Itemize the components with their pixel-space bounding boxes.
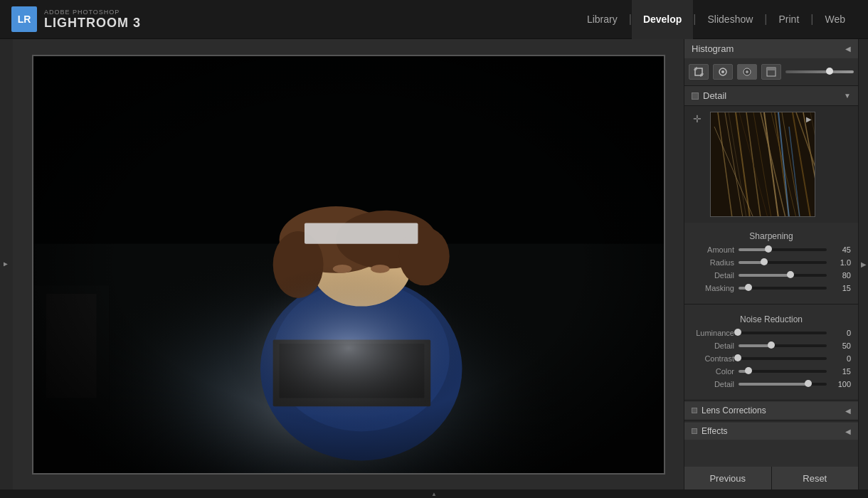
sharpening-amount-value: 45 (831, 245, 851, 254)
detail-header-left: Detail (692, 90, 726, 101)
detail-header[interactable]: Detail ▼ (684, 86, 858, 106)
nav-web[interactable]: Web (813, 0, 857, 39)
sharpening-amount-fill (739, 248, 769, 251)
nr-luminance-track[interactable] (739, 332, 827, 334)
sharpening-radius-thumb[interactable] (761, 258, 768, 265)
sharpening-radius-track[interactable] (739, 261, 827, 264)
crosshair-icon[interactable]: ✛ (690, 112, 704, 126)
red-eye-btn[interactable] (737, 64, 757, 80)
adobe-label: ADOBE PHOTOSHOP (44, 9, 141, 16)
sharpening-detail-value: 80 (831, 271, 851, 280)
left-panel-toggle[interactable]: ▲ (0, 39, 13, 489)
nr-luminance-thumb[interactable] (734, 329, 741, 336)
nr-detail-thumb[interactable] (768, 341, 775, 349)
spot-heal-btn[interactable] (713, 64, 733, 80)
nav-print[interactable]: Print (768, 0, 811, 39)
nav-library[interactable]: Library (576, 0, 629, 39)
sharpening-detail-track[interactable] (739, 274, 827, 277)
photo-container (32, 55, 665, 475)
svg-rect-30 (767, 68, 776, 70)
nr-contrast-thumb[interactable] (734, 354, 741, 361)
thumbnail-controls: ✛ (690, 112, 704, 126)
nr-color-detail-fill (739, 383, 809, 386)
nr-contrast-label: Contrast (692, 354, 734, 363)
nr-detail-value: 50 (831, 341, 851, 350)
nr-color-detail-track[interactable] (739, 383, 827, 386)
brightness-slider[interactable] (785, 70, 854, 73)
lens-corrections-left: Lens Corrections (692, 406, 766, 415)
sharpening-amount-label: Amount (692, 245, 734, 254)
sharpening-detail-fill (739, 274, 791, 277)
crop-tool-btn[interactable] (689, 64, 709, 80)
nav-slideshow[interactable]: Slideshow (697, 0, 765, 39)
app-title: LIGHTROOM 3 (44, 16, 141, 31)
main-layout: ▲ (0, 39, 868, 489)
nr-contrast-value: 0 (831, 354, 851, 363)
left-panel-arrow-icon: ▲ (3, 261, 11, 268)
nr-detail-fill (739, 344, 772, 347)
photo-area (13, 39, 684, 489)
lens-corrections-header[interactable]: Lens Corrections ◀ (684, 402, 858, 419)
brightness-track[interactable] (785, 70, 854, 73)
brightness-thumb[interactable] (826, 68, 833, 75)
nr-detail-row: Detail 50 (692, 341, 851, 350)
noise-reduction-section: Noise Reduction Luminance 0 Detail (684, 306, 858, 398)
nav-develop[interactable]: Develop (632, 0, 693, 39)
divider-3 (684, 420, 858, 421)
sharpening-amount-track[interactable] (739, 248, 827, 251)
right-edge-arrow-icon: ▶ (861, 260, 867, 268)
top-bar: LR ADOBE PHOTOSHOP LIGHTROOM 3 Library |… (0, 0, 868, 39)
right-panel-toggle[interactable]: ▶ (858, 39, 868, 489)
right-panel: Histogram ◀ (684, 39, 858, 489)
nr-detail-track[interactable] (739, 344, 827, 347)
sharpening-detail-label: Detail (692, 271, 734, 280)
lens-corrections-icon (692, 408, 697, 413)
histogram-title: Histogram (692, 43, 734, 54)
sharpening-masking-fill (739, 287, 749, 290)
sharpening-amount-thumb[interactable] (765, 245, 772, 253)
effects-left: Effects (692, 426, 727, 436)
bottom-strip: ▲ (0, 489, 868, 498)
effects-icon (692, 428, 697, 434)
sharpening-masking-track[interactable] (739, 287, 827, 290)
nr-color-detail-thumb[interactable] (805, 380, 812, 387)
sharpening-radius-row: Radius 1.0 (692, 258, 851, 267)
nr-luminance-value: 0 (831, 329, 851, 337)
effects-arrow-icon: ◀ (845, 428, 851, 435)
nr-color-track[interactable] (739, 370, 827, 373)
reset-button[interactable]: Reset (772, 467, 859, 489)
lens-corrections-title: Lens Corrections (702, 406, 766, 415)
sharpening-masking-row: Masking 15 (692, 284, 851, 292)
svg-point-28 (746, 71, 748, 73)
detail-section-icon (692, 92, 699, 100)
app-title-area: ADOBE PHOTOSHOP LIGHTROOM 3 (44, 9, 141, 31)
nr-detail-label: Detail (692, 341, 734, 350)
histogram-tools (684, 58, 858, 85)
noise-reduction-title: Noise Reduction (692, 312, 851, 329)
nr-contrast-row: Contrast 0 (692, 354, 851, 363)
previous-button[interactable]: Previous (684, 467, 771, 489)
detail-collapse-icon: ▼ (844, 92, 851, 100)
thumbnail-area: ✛ (684, 106, 858, 223)
nr-color-label: Color (692, 367, 734, 376)
sharpening-radius-label: Radius (692, 258, 734, 267)
nav-menu: Library | Develop | Slideshow | Print | … (576, 0, 857, 39)
detail-title: Detail (703, 90, 726, 101)
sharpening-section: Sharpening Amount 45 Radius (684, 223, 858, 302)
nr-contrast-track[interactable] (739, 357, 827, 360)
nr-color-detail-value: 100 (831, 380, 851, 388)
effects-header[interactable]: Effects ◀ (684, 423, 858, 440)
sharpening-masking-value: 15 (831, 284, 851, 292)
bottom-buttons: Previous Reset (684, 467, 858, 489)
thumbnail-arrow-icon: ▶ (806, 115, 812, 123)
graduated-filter-btn[interactable] (761, 64, 781, 80)
nr-color-detail-label: Detail (692, 380, 734, 388)
sharpening-masking-thumb[interactable] (745, 284, 752, 291)
histogram-header[interactable]: Histogram ◀ (684, 39, 858, 58)
nr-color-detail-row: Detail 100 (692, 380, 851, 388)
nr-color-thumb[interactable] (745, 367, 752, 374)
lens-corrections-arrow-icon: ◀ (845, 407, 851, 415)
detail-thumbnail: ▶ (710, 112, 815, 217)
sharpening-detail-thumb[interactable] (787, 271, 794, 278)
sharpening-radius-value: 1.0 (831, 258, 851, 267)
